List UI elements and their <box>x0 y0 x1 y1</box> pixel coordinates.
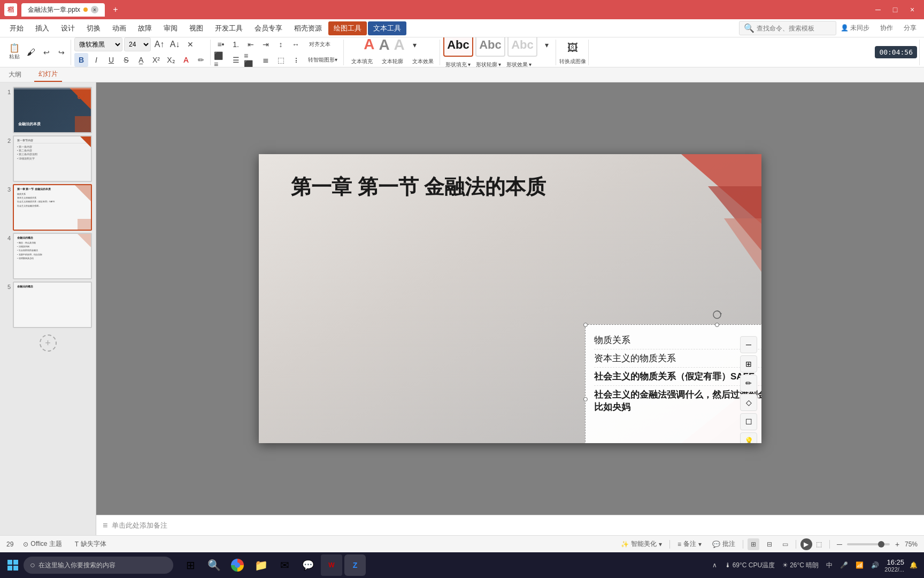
taskbar-search[interactable]: ○ 在这里输入你要搜索的内容 <box>24 557 173 574</box>
tab-outline[interactable]: 大纲 <box>4 68 26 81</box>
sys-mic[interactable]: 🎤 <box>838 560 850 570</box>
convert-image-btn[interactable]: 🖼 <box>560 40 586 57</box>
increase-font-btn[interactable]: A↑ <box>152 37 166 51</box>
font-color-btn[interactable]: A <box>179 53 193 67</box>
decrease-font-btn[interactable]: A↓ <box>168 37 182 51</box>
zoom-slider[interactable] <box>847 543 890 545</box>
highlight-btn[interactable]: ✏ <box>194 53 208 67</box>
text-style-more-btn[interactable]: ▾ <box>408 38 422 52</box>
menu-review[interactable]: 审阅 <box>158 21 183 35</box>
collab-btn[interactable]: 协作 <box>877 22 896 34</box>
share-btn[interactable]: 分享 <box>900 22 920 34</box>
menu-vip[interactable]: 会员专享 <box>249 21 288 35</box>
menu-daoke[interactable]: 稻壳资源 <box>289 21 327 35</box>
italic-btn[interactable]: I <box>89 53 103 67</box>
zoom-in-btn[interactable]: + <box>892 539 903 550</box>
handle-ml[interactable] <box>583 397 588 401</box>
align-right-btn[interactable]: ≡ ⬛ <box>244 53 258 67</box>
decrease-indent-btn[interactable]: ⇤ <box>244 37 258 51</box>
float-light-btn[interactable]: 💡 <box>740 432 757 443</box>
superscript-btn[interactable]: X² <box>149 53 163 67</box>
sys-network[interactable]: 📶 <box>853 560 866 570</box>
tab-slides[interactable]: 幻灯片 <box>34 67 62 82</box>
underline-btn[interactable]: U <box>104 53 118 67</box>
paste-btn[interactable]: 📋 粘贴 <box>6 42 22 63</box>
align-center-btn[interactable]: ☰ <box>229 53 243 67</box>
text-effect-btn[interactable]: 文本效果 <box>408 55 437 67</box>
reader-view-btn[interactable]: ▭ <box>780 538 791 550</box>
undo-btn[interactable]: ↩ <box>40 45 53 59</box>
taskbar-app-widgets[interactable]: ⊞ <box>180 554 201 576</box>
normal-view-btn[interactable]: ⊞ <box>748 538 759 550</box>
bullet-list-btn[interactable]: ≡• <box>214 37 228 51</box>
sync-btn[interactable]: 👤 未同步 <box>837 22 873 34</box>
taskbar-app-wechat[interactable]: 💬 <box>297 554 319 576</box>
columns-btn[interactable]: ⫶ <box>289 53 303 67</box>
strikethrough-btn[interactable]: S <box>119 53 133 67</box>
text-fill-btn[interactable]: 文本填充 <box>347 55 376 67</box>
increase-indent-btn[interactable]: ⇥ <box>259 37 273 51</box>
smart-beautify-btn[interactable]: ✨ 智能美化 ▾ <box>618 538 665 550</box>
slide-thumb-2[interactable]: 第一章节内容 • 第一条内容• 第二条内容• 第三条内容说明• 详细说明文字 <box>13 135 92 182</box>
add-tab-btn[interactable]: + <box>109 3 122 16</box>
menu-draw[interactable]: 绘图工具 <box>328 21 367 35</box>
menu-view[interactable]: 视图 <box>184 21 209 35</box>
start-btn[interactable] <box>4 557 21 574</box>
redo-btn[interactable]: ↪ <box>55 45 68 59</box>
abc-style-1-btn[interactable]: Abc <box>443 37 473 57</box>
menu-dev[interactable]: 开发工具 <box>210 21 248 35</box>
shadow-btn[interactable]: A̲ <box>134 53 148 67</box>
sys-hidden-icons[interactable]: ∧ <box>710 560 719 570</box>
annotate-btn[interactable]: 💬 批注 <box>709 538 738 550</box>
text-box-selected[interactable]: 物质关系 资本主义的物质关系 社会主义的物质关系（假定有罪）SAFE 社会主义的… <box>585 324 761 443</box>
distribute-btn[interactable]: ⬚ <box>274 53 288 67</box>
notes-placeholder[interactable]: 单击此处添加备注 <box>112 521 167 530</box>
grid-view-btn[interactable]: ⊟ <box>764 538 775 550</box>
menu-home[interactable]: 开始 <box>4 21 29 35</box>
search-box[interactable]: 🔍 <box>739 21 836 35</box>
shape-fill-btn[interactable]: 形状填充 ▾ <box>443 58 473 68</box>
align-left-btn[interactable]: ⬛ ≡ <box>214 53 228 67</box>
taskbar-clock[interactable]: 16:25 2022/... <box>884 558 904 573</box>
float-layers-btn[interactable]: ⊞ <box>740 355 757 372</box>
taskbar-app-zoom[interactable]: Z <box>344 554 366 576</box>
rotate-handle[interactable] <box>712 310 722 320</box>
restore-btn[interactable]: □ <box>888 2 903 17</box>
copy-format-btn[interactable]: 🖌 <box>24 42 38 63</box>
zoom-out-btn[interactable]: ─ <box>834 539 845 550</box>
char-spacing-btn[interactable]: ↔ <box>289 37 303 51</box>
float-edit-btn[interactable]: ✏ <box>740 375 757 392</box>
abc-more-btn[interactable]: ▾ <box>540 38 553 52</box>
abc-style-2-btn[interactable]: Abc <box>475 37 505 57</box>
justify-btn[interactable]: ≣ <box>259 53 273 67</box>
float-style-btn[interactable]: ◇ <box>740 394 757 411</box>
menu-text[interactable]: 文本工具 <box>368 21 406 35</box>
notes-btn[interactable]: ≡ 备注 ▾ <box>674 538 705 550</box>
taskbar-app-explorer[interactable]: 📁 <box>250 554 272 576</box>
menu-design[interactable]: 设计 <box>56 21 80 35</box>
search-input[interactable] <box>757 25 831 32</box>
tab-close-btn[interactable]: × <box>91 6 98 13</box>
font-family-select[interactable]: 微软雅黑 <box>74 37 122 51</box>
align-text-dropdown-btn[interactable]: 对齐文本 <box>304 37 336 51</box>
minimize-btn[interactable]: ─ <box>871 2 886 17</box>
font-size-select[interactable]: 24 <box>124 37 151 51</box>
zoom-level[interactable]: 75% <box>905 541 918 548</box>
shape-outline-btn[interactable]: 形状轮廓 ▾ <box>474 58 503 68</box>
subscript-btn[interactable]: X₂ <box>164 53 178 67</box>
add-slide-btn[interactable]: + <box>40 334 57 352</box>
menu-transition[interactable]: 切换 <box>81 21 106 35</box>
smart-shape-btn[interactable]: 转智能图形▾ <box>304 53 341 67</box>
clear-format-btn[interactable]: ✕ <box>183 37 197 51</box>
taskbar-app-chrome[interactable] <box>227 554 248 576</box>
play-btn[interactable]: ▶ <box>800 538 812 550</box>
shape-effect-btn[interactable]: 形状效果 ▾ <box>504 58 534 68</box>
menu-insert[interactable]: 插入 <box>30 21 55 35</box>
slide-thumb-4[interactable]: 金融法的概念 • 概念：特点及功能• 法规及判例• 社会各阶段的金融法• 实践中… <box>13 233 92 279</box>
handle-tc[interactable] <box>715 323 719 327</box>
slide-thumb-5[interactable]: 金融法的概念 <box>13 282 92 328</box>
float-copy-btn[interactable]: ☐ <box>740 413 757 430</box>
bold-btn[interactable]: B <box>74 53 88 67</box>
close-btn[interactable]: × <box>905 2 920 17</box>
sys-notification[interactable]: 🔔 <box>907 560 920 570</box>
